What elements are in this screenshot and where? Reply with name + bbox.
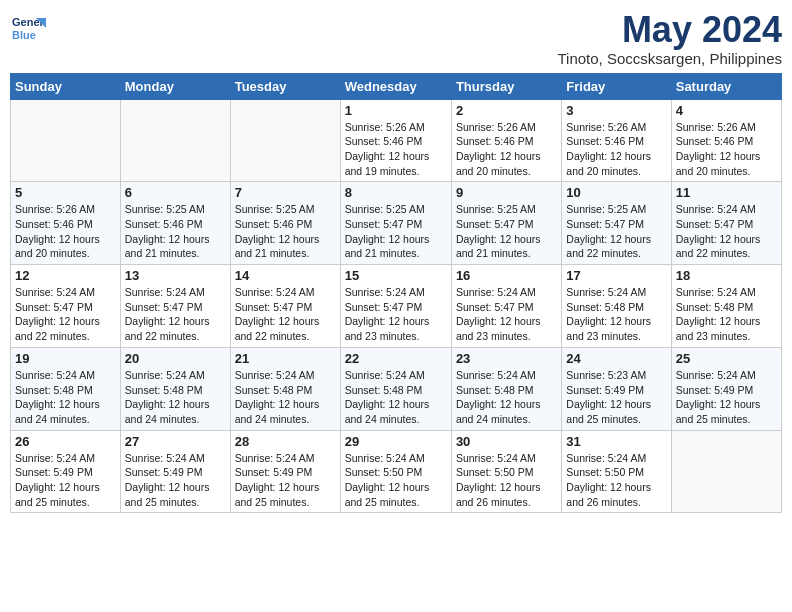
day-info: Sunrise: 5:24 AM Sunset: 5:50 PM Dayligh… bbox=[456, 451, 557, 510]
day-cell: 3Sunrise: 5:26 AM Sunset: 5:46 PM Daylig… bbox=[562, 99, 671, 182]
day-cell: 16Sunrise: 5:24 AM Sunset: 5:47 PM Dayli… bbox=[451, 265, 561, 348]
day-number: 15 bbox=[345, 268, 447, 283]
day-cell: 17Sunrise: 5:24 AM Sunset: 5:48 PM Dayli… bbox=[562, 265, 671, 348]
day-info: Sunrise: 5:24 AM Sunset: 5:48 PM Dayligh… bbox=[125, 368, 226, 427]
day-info: Sunrise: 5:24 AM Sunset: 5:47 PM Dayligh… bbox=[235, 285, 336, 344]
day-cell: 25Sunrise: 5:24 AM Sunset: 5:49 PM Dayli… bbox=[671, 347, 781, 430]
day-info: Sunrise: 5:24 AM Sunset: 5:47 PM Dayligh… bbox=[125, 285, 226, 344]
day-number: 28 bbox=[235, 434, 336, 449]
day-number: 17 bbox=[566, 268, 666, 283]
day-info: Sunrise: 5:24 AM Sunset: 5:48 PM Dayligh… bbox=[15, 368, 116, 427]
days-header-row: SundayMondayTuesdayWednesdayThursdayFrid… bbox=[11, 73, 782, 99]
day-info: Sunrise: 5:24 AM Sunset: 5:48 PM Dayligh… bbox=[345, 368, 447, 427]
day-info: Sunrise: 5:24 AM Sunset: 5:48 PM Dayligh… bbox=[235, 368, 336, 427]
day-number: 14 bbox=[235, 268, 336, 283]
day-info: Sunrise: 5:25 AM Sunset: 5:47 PM Dayligh… bbox=[456, 202, 557, 261]
day-number: 26 bbox=[15, 434, 116, 449]
day-number: 2 bbox=[456, 103, 557, 118]
day-header-tuesday: Tuesday bbox=[230, 73, 340, 99]
day-cell: 27Sunrise: 5:24 AM Sunset: 5:49 PM Dayli… bbox=[120, 430, 230, 513]
day-number: 23 bbox=[456, 351, 557, 366]
day-cell: 15Sunrise: 5:24 AM Sunset: 5:47 PM Dayli… bbox=[340, 265, 451, 348]
week-row-1: 1Sunrise: 5:26 AM Sunset: 5:46 PM Daylig… bbox=[11, 99, 782, 182]
day-cell: 2Sunrise: 5:26 AM Sunset: 5:46 PM Daylig… bbox=[451, 99, 561, 182]
day-cell: 24Sunrise: 5:23 AM Sunset: 5:49 PM Dayli… bbox=[562, 347, 671, 430]
day-info: Sunrise: 5:25 AM Sunset: 5:46 PM Dayligh… bbox=[125, 202, 226, 261]
day-number: 4 bbox=[676, 103, 777, 118]
day-cell bbox=[230, 99, 340, 182]
day-number: 19 bbox=[15, 351, 116, 366]
day-cell: 7Sunrise: 5:25 AM Sunset: 5:46 PM Daylig… bbox=[230, 182, 340, 265]
day-info: Sunrise: 5:24 AM Sunset: 5:50 PM Dayligh… bbox=[566, 451, 666, 510]
day-cell: 30Sunrise: 5:24 AM Sunset: 5:50 PM Dayli… bbox=[451, 430, 561, 513]
day-number: 29 bbox=[345, 434, 447, 449]
day-cell bbox=[120, 99, 230, 182]
title-section: May 2024 Tinoto, Soccsksargen, Philippin… bbox=[557, 10, 782, 67]
day-number: 10 bbox=[566, 185, 666, 200]
calendar-table: SundayMondayTuesdayWednesdayThursdayFrid… bbox=[10, 73, 782, 514]
day-info: Sunrise: 5:24 AM Sunset: 5:50 PM Dayligh… bbox=[345, 451, 447, 510]
day-cell: 9Sunrise: 5:25 AM Sunset: 5:47 PM Daylig… bbox=[451, 182, 561, 265]
day-info: Sunrise: 5:24 AM Sunset: 5:47 PM Dayligh… bbox=[456, 285, 557, 344]
day-cell: 28Sunrise: 5:24 AM Sunset: 5:49 PM Dayli… bbox=[230, 430, 340, 513]
week-row-3: 12Sunrise: 5:24 AM Sunset: 5:47 PM Dayli… bbox=[11, 265, 782, 348]
day-info: Sunrise: 5:26 AM Sunset: 5:46 PM Dayligh… bbox=[345, 120, 447, 179]
day-number: 6 bbox=[125, 185, 226, 200]
page-header: General Blue General Blue May 2024 Tinot… bbox=[10, 10, 782, 67]
day-cell: 21Sunrise: 5:24 AM Sunset: 5:48 PM Dayli… bbox=[230, 347, 340, 430]
day-info: Sunrise: 5:24 AM Sunset: 5:47 PM Dayligh… bbox=[15, 285, 116, 344]
day-number: 1 bbox=[345, 103, 447, 118]
day-number: 18 bbox=[676, 268, 777, 283]
day-number: 31 bbox=[566, 434, 666, 449]
day-header-friday: Friday bbox=[562, 73, 671, 99]
day-info: Sunrise: 5:24 AM Sunset: 5:49 PM Dayligh… bbox=[235, 451, 336, 510]
day-cell: 8Sunrise: 5:25 AM Sunset: 5:47 PM Daylig… bbox=[340, 182, 451, 265]
day-number: 21 bbox=[235, 351, 336, 366]
day-cell: 20Sunrise: 5:24 AM Sunset: 5:48 PM Dayli… bbox=[120, 347, 230, 430]
day-cell: 4Sunrise: 5:26 AM Sunset: 5:46 PM Daylig… bbox=[671, 99, 781, 182]
day-cell bbox=[671, 430, 781, 513]
day-info: Sunrise: 5:24 AM Sunset: 5:48 PM Dayligh… bbox=[676, 285, 777, 344]
day-number: 7 bbox=[235, 185, 336, 200]
calendar-subtitle: Tinoto, Soccsksargen, Philippines bbox=[557, 50, 782, 67]
day-number: 25 bbox=[676, 351, 777, 366]
day-cell: 5Sunrise: 5:26 AM Sunset: 5:46 PM Daylig… bbox=[11, 182, 121, 265]
day-cell: 19Sunrise: 5:24 AM Sunset: 5:48 PM Dayli… bbox=[11, 347, 121, 430]
day-number: 11 bbox=[676, 185, 777, 200]
day-number: 8 bbox=[345, 185, 447, 200]
day-info: Sunrise: 5:24 AM Sunset: 5:47 PM Dayligh… bbox=[345, 285, 447, 344]
day-header-monday: Monday bbox=[120, 73, 230, 99]
day-header-thursday: Thursday bbox=[451, 73, 561, 99]
day-number: 30 bbox=[456, 434, 557, 449]
day-number: 20 bbox=[125, 351, 226, 366]
calendar-title: May 2024 bbox=[557, 10, 782, 50]
logo-icon: General Blue bbox=[10, 10, 46, 46]
day-cell: 26Sunrise: 5:24 AM Sunset: 5:49 PM Dayli… bbox=[11, 430, 121, 513]
day-info: Sunrise: 5:26 AM Sunset: 5:46 PM Dayligh… bbox=[566, 120, 666, 179]
day-number: 3 bbox=[566, 103, 666, 118]
week-row-2: 5Sunrise: 5:26 AM Sunset: 5:46 PM Daylig… bbox=[11, 182, 782, 265]
day-number: 5 bbox=[15, 185, 116, 200]
day-cell: 10Sunrise: 5:25 AM Sunset: 5:47 PM Dayli… bbox=[562, 182, 671, 265]
day-info: Sunrise: 5:25 AM Sunset: 5:47 PM Dayligh… bbox=[345, 202, 447, 261]
day-cell: 11Sunrise: 5:24 AM Sunset: 5:47 PM Dayli… bbox=[671, 182, 781, 265]
day-number: 27 bbox=[125, 434, 226, 449]
week-row-5: 26Sunrise: 5:24 AM Sunset: 5:49 PM Dayli… bbox=[11, 430, 782, 513]
day-info: Sunrise: 5:24 AM Sunset: 5:47 PM Dayligh… bbox=[676, 202, 777, 261]
day-header-saturday: Saturday bbox=[671, 73, 781, 99]
day-cell bbox=[11, 99, 121, 182]
day-info: Sunrise: 5:25 AM Sunset: 5:47 PM Dayligh… bbox=[566, 202, 666, 261]
day-info: Sunrise: 5:26 AM Sunset: 5:46 PM Dayligh… bbox=[676, 120, 777, 179]
day-info: Sunrise: 5:24 AM Sunset: 5:48 PM Dayligh… bbox=[456, 368, 557, 427]
day-info: Sunrise: 5:23 AM Sunset: 5:49 PM Dayligh… bbox=[566, 368, 666, 427]
day-cell: 23Sunrise: 5:24 AM Sunset: 5:48 PM Dayli… bbox=[451, 347, 561, 430]
day-cell: 22Sunrise: 5:24 AM Sunset: 5:48 PM Dayli… bbox=[340, 347, 451, 430]
svg-text:Blue: Blue bbox=[12, 29, 36, 41]
day-info: Sunrise: 5:24 AM Sunset: 5:49 PM Dayligh… bbox=[125, 451, 226, 510]
day-number: 16 bbox=[456, 268, 557, 283]
day-number: 12 bbox=[15, 268, 116, 283]
day-cell: 14Sunrise: 5:24 AM Sunset: 5:47 PM Dayli… bbox=[230, 265, 340, 348]
day-cell: 13Sunrise: 5:24 AM Sunset: 5:47 PM Dayli… bbox=[120, 265, 230, 348]
week-row-4: 19Sunrise: 5:24 AM Sunset: 5:48 PM Dayli… bbox=[11, 347, 782, 430]
day-cell: 12Sunrise: 5:24 AM Sunset: 5:47 PM Dayli… bbox=[11, 265, 121, 348]
